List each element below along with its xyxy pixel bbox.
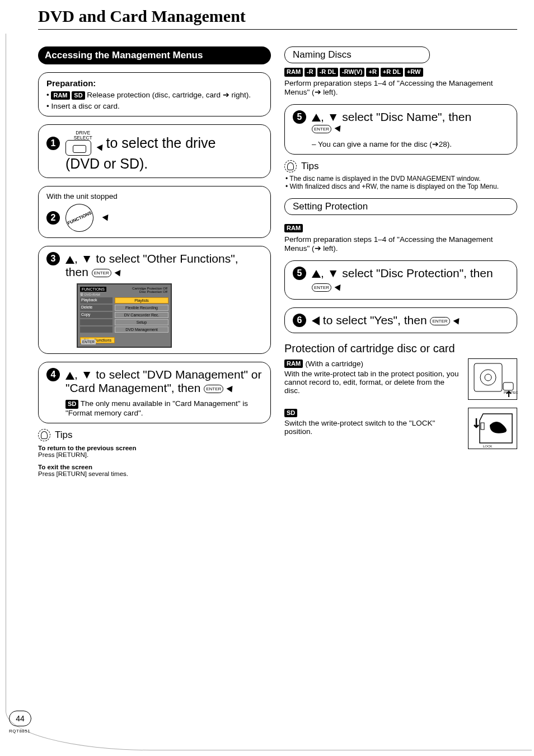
naming-step5-note: – You can give a name for the disc (➔28)…	[312, 139, 471, 148]
functions-wheel-icon: FUNCTIONS	[61, 199, 98, 236]
menu-right-1: Flexible Recording	[115, 305, 168, 311]
preparation-heading: Preparation:	[46, 78, 263, 88]
tip-2-body: Press [RETURN] several times.	[38, 470, 271, 477]
enter-button-icon: ENTER	[204, 385, 223, 393]
protection-step-5-box: 5 , ▼ select "Disc Protection", then ENT…	[284, 260, 517, 300]
enter-button-icon: ENTER	[92, 269, 111, 277]
bulb-icon	[38, 429, 50, 441]
prep-line-1: Release protection (disc, cartridge, car…	[87, 91, 251, 99]
cursor-icon	[102, 214, 111, 222]
step-5-number: 5	[293, 110, 306, 124]
chip: +R	[366, 68, 378, 77]
right-column: Naming Discs RAM -R -R DL -RW(V) +R +R D…	[284, 46, 517, 477]
prep-line-2: Insert a disc or card.	[51, 102, 119, 110]
section-setting-protection: Setting Protection	[284, 198, 517, 215]
sd-illustration: LOCK	[468, 408, 517, 449]
page-title: DVD and Card Management	[0, 0, 534, 29]
naming-tip-2: With finalized discs and +RW, the name i…	[284, 183, 517, 190]
menu-right-2: DV Camcorder Rec.	[115, 312, 168, 318]
step-5-number: 5	[293, 267, 306, 280]
chip: +RW	[405, 68, 423, 77]
chip-sd: SD	[72, 91, 85, 100]
chip-ram: RAM	[284, 360, 303, 368]
svg-rect-0	[474, 363, 502, 391]
svg-rect-5	[481, 423, 484, 430]
preparation-box: Preparation: • RAM SD Release protection…	[38, 72, 271, 116]
bulb-icon	[284, 160, 297, 172]
chip: -RW(V)	[340, 68, 364, 77]
cartridge-icon: PROTECT	[469, 359, 518, 400]
chip-sd: SD	[284, 409, 297, 418]
step-1-number: 1	[46, 137, 60, 150]
tip-2-heading: To exit the screen	[38, 464, 271, 470]
left-arrow-icon	[312, 316, 320, 325]
doc-code: RQT8851	[9, 729, 30, 734]
naming-step5-text: , ▼ select "Disc Name", then	[321, 110, 471, 123]
section-accessing-menus: Accessing the Management Menus	[38, 46, 271, 64]
chip: -R	[305, 68, 316, 77]
menu-right-3: Setup	[115, 319, 168, 325]
naming-tip-1: The disc name is displayed in the DVD MA…	[284, 175, 517, 183]
chip-ram: RAM	[51, 91, 69, 100]
step-3-number: 3	[46, 252, 60, 265]
cartridge-ram-text: With the write-protect tab in the protec…	[284, 370, 461, 395]
step-6-number: 6	[293, 314, 306, 327]
step-2-caption: With the unit stopped	[46, 192, 263, 200]
step-4-box: 4 , ▼ to select "DVD Management" or "Car…	[38, 362, 271, 423]
cursor-icon	[97, 144, 105, 152]
sd-card-icon: LOCK	[469, 408, 518, 450]
cartridge-ram-sub: (With a cartridge)	[306, 360, 364, 368]
naming-intro: Perform preparation steps 1–4 of "Access…	[284, 79, 517, 96]
menu-right-4: DVD Management	[115, 326, 168, 333]
protection-intro: Perform preparation steps 1–4 of "Access…	[284, 235, 517, 253]
step-1-text-b: (DVD or SD).	[65, 156, 263, 172]
step-1-text-a: to select the drive	[106, 135, 216, 151]
menu-right-0: Playlists	[115, 297, 168, 304]
up-arrow-icon	[312, 114, 321, 122]
chip-sd: SD	[65, 400, 78, 409]
svg-point-1	[480, 370, 496, 385]
page-number: 44	[9, 711, 31, 726]
chip: -R DL	[317, 68, 338, 77]
step-2-box: With the unit stopped 2 FUNCTIONS	[38, 186, 271, 238]
tips-row-naming: Tips	[284, 160, 517, 172]
enter-button-icon: ENTER	[312, 283, 331, 292]
svg-point-2	[485, 374, 491, 381]
tips-title-left: Tips	[55, 430, 73, 441]
step-3-box: 3 , ▼ to select "Other Functions", then …	[38, 246, 271, 354]
svg-rect-3	[503, 382, 513, 390]
menu-enter-label: ENTER	[81, 339, 96, 344]
tip-1-heading: To return to the previous screen	[38, 445, 271, 451]
step-1-box: 1 DRIVE SELECT to select the drive (DVD …	[38, 124, 271, 178]
protection-step5-text: , ▼ select "Disc Protection", then	[321, 267, 493, 279]
step-4-sd-note: The only menu available in "Card Managem…	[65, 399, 248, 417]
cursor-icon	[335, 125, 343, 133]
section-naming-discs: Naming Discs	[284, 46, 430, 63]
cursor-icon	[114, 270, 123, 278]
cartridge-heading: Protection of cartridge disc or card	[284, 342, 517, 355]
enter-button-icon: ENTER	[312, 125, 331, 133]
drive-select-label-bot: SELECT	[65, 136, 100, 141]
chip: +R DL	[381, 68, 403, 77]
menu-brand: FUNCTIONS	[80, 287, 106, 292]
tips-row-left: Tips	[38, 429, 271, 441]
svg-text:LOCK: LOCK	[483, 445, 492, 448]
tips-title-naming: Tips	[301, 161, 319, 172]
protection-step-6-box: 6 to select "Yes", then ENTER	[284, 307, 517, 333]
cartridge-sd-text: Switch the write-protect switch to the "…	[284, 419, 461, 436]
up-arrow-icon	[65, 256, 74, 264]
chip-ram: RAM	[284, 224, 303, 233]
enter-button-icon: ENTER	[430, 317, 449, 325]
up-arrow-icon	[312, 270, 321, 278]
cartridge-illustration: PROTECT	[468, 358, 517, 400]
protection-step6-text: to select "Yes", then	[320, 314, 427, 326]
naming-step-5-box: 5 , ▼ select "Disc Name", then ENTER – Y…	[284, 104, 517, 155]
page-footer: 44 RQT8851	[9, 711, 31, 734]
menu-left-1: Delete	[80, 305, 113, 311]
cursor-icon	[335, 284, 343, 292]
cursor-icon	[453, 318, 461, 326]
menu-left-0: Playback	[80, 297, 113, 304]
left-column: Accessing the Management Menus Preparati…	[38, 46, 271, 477]
menu-left-2: Copy	[80, 312, 113, 318]
chip: RAM	[284, 68, 303, 77]
